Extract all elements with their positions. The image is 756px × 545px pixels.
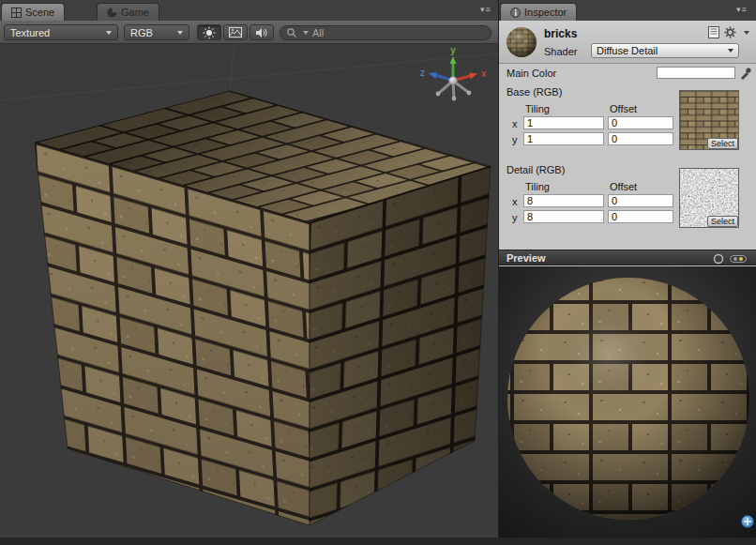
brick-cube (35, 91, 491, 525)
preview-dots-toggle-icon[interactable] (730, 253, 747, 265)
base-row-y-label: y (512, 134, 518, 145)
sun-icon (203, 26, 216, 39)
base-select-button[interactable]: Select (707, 138, 738, 149)
grid-icon (11, 8, 22, 18)
preview-header[interactable]: Preview (499, 250, 756, 265)
search-icon (286, 27, 297, 38)
preview-sphere (499, 266, 756, 537)
base-offset-header: Offset (610, 103, 637, 114)
detail-row-y-label: y (512, 212, 518, 223)
detail-offset-x-input[interactable] (608, 194, 673, 207)
speaker-icon (255, 27, 268, 38)
chevron-down-icon (728, 49, 733, 53)
render-mode-label: Textured (10, 27, 50, 38)
tab-scene[interactable]: Scene (1, 3, 65, 21)
axis-y-label[interactable]: y (451, 45, 456, 55)
axis-z-label[interactable]: z (420, 68, 425, 78)
inspector-panel: Inspector ▾≡ (499, 0, 756, 537)
scene-viewport[interactable]: y x z (0, 44, 498, 537)
inspector-tabstrip: Inspector ▾≡ (499, 0, 756, 21)
preview-title: Preview (507, 252, 546, 264)
panel-menu-icon[interactable]: ▾≡ (736, 5, 748, 14)
scene-search (280, 25, 491, 40)
tab-inspector-label: Inspector (524, 7, 567, 18)
base-offset-y-input[interactable] (608, 132, 673, 145)
shader-dropdown[interactable]: Diffuse Detail (591, 43, 739, 58)
detail-row-x-label: x (512, 196, 518, 207)
chevron-down-icon (177, 31, 183, 35)
detail-texture-thumbnail[interactable]: Select (679, 168, 739, 228)
render-mode-dropdown[interactable]: Textured (4, 24, 118, 40)
tab-inspector[interactable]: Inspector (500, 3, 577, 21)
material-preview[interactable] (499, 266, 756, 537)
chevron-down-icon (106, 31, 112, 35)
skybox-toggle-button[interactable] (223, 24, 248, 40)
doc-icon[interactable] (707, 26, 720, 38)
chevron-down-icon[interactable] (744, 31, 749, 35)
tab-game[interactable]: Game (97, 3, 159, 21)
base-tiling-x-input[interactable] (523, 116, 604, 129)
audio-toggle-button[interactable] (249, 24, 274, 40)
eyedropper-icon[interactable] (739, 66, 751, 80)
channel-mode-dropdown[interactable]: RGB (124, 24, 189, 40)
base-texture-thumbnail[interactable]: Select (679, 90, 739, 150)
detail-section-label: Detail (RGB) (507, 164, 565, 175)
main-color-swatch[interactable] (657, 67, 735, 79)
image-icon (229, 27, 242, 38)
scene-tabstrip: Scene Game ▾≡ (0, 0, 498, 21)
scene-toolbar: Textured RGB (0, 21, 498, 44)
axis-x-label[interactable]: x (481, 68, 486, 79)
tab-game-label: Game (121, 7, 149, 18)
base-row-x-label: x (512, 118, 518, 129)
window-bottom-edge (0, 537, 756, 545)
material-name: bricks (544, 27, 577, 40)
inspector-icon (510, 8, 521, 18)
preview-circle-toggle-icon[interactable] (713, 253, 724, 265)
base-section-label: Base (RGB) (507, 86, 562, 98)
scene-canvas: y x z (0, 44, 498, 537)
panel-menu-icon[interactable]: ▾≡ (480, 5, 491, 14)
base-tiling-header: Tiling (525, 103, 550, 114)
detail-offset-header: Offset (610, 181, 637, 192)
chevron-down-icon (303, 31, 309, 35)
unity-editor-window: Scene Game ▾≡ Textured RGB (0, 0, 756, 545)
material-ball-thumbnail[interactable] (505, 25, 538, 59)
shader-value: Diffuse Detail (597, 45, 658, 56)
gamepad-icon (107, 8, 117, 18)
detail-tiling-x-input[interactable] (523, 194, 604, 207)
shader-label: Shader (544, 46, 577, 57)
tab-scene-label: Scene (25, 7, 54, 18)
detail-tiling-y-input[interactable] (523, 210, 604, 223)
lighting-toggle-button[interactable] (197, 24, 221, 40)
material-header: bricks Shader Diffuse Detail (499, 21, 756, 64)
main-color-label: Main Color (507, 68, 556, 79)
scene-search-input[interactable] (312, 27, 472, 38)
detail-tiling-header: Tiling (525, 181, 550, 192)
material-properties: Main Color Base (RGB) (499, 64, 756, 250)
base-offset-x-input[interactable] (608, 116, 673, 129)
detail-select-button[interactable]: Select (707, 216, 738, 227)
channel-mode-label: RGB (130, 27, 153, 38)
zoom-plus-icon[interactable] (741, 515, 754, 528)
gear-icon[interactable] (724, 26, 736, 38)
detail-offset-y-input[interactable] (608, 210, 673, 223)
base-tiling-y-input[interactable] (523, 132, 604, 145)
